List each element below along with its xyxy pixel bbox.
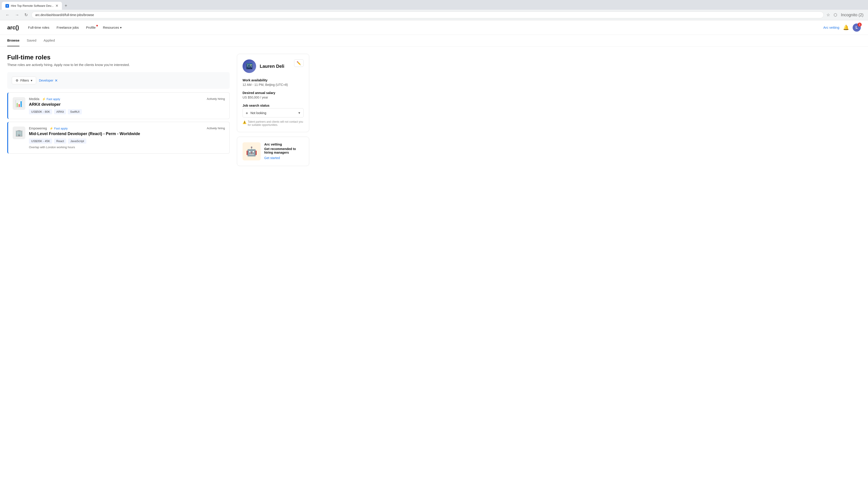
company-name-row-0: Medida ⚡ Fast apply — [29, 97, 60, 101]
job-search-status-label: Job search status — [243, 104, 304, 107]
job-tag-react: React — [54, 138, 66, 144]
main-content: Full-time roles These roles are actively… — [0, 46, 316, 173]
work-availability-value: 12 AM - 11 PM, Beijing (UTC+8) — [243, 83, 304, 87]
notification-button[interactable]: 🔔 — [843, 25, 849, 31]
nav-freelance-jobs[interactable]: Freelance jobs — [57, 26, 79, 29]
header-right: Arc vetting 🔔 L 1 — [823, 24, 861, 32]
job-card-1[interactable]: 🏢 Empowerreg ⚡ Fast apply Actively hirin… — [7, 122, 230, 154]
tab-title: Hire Top Remote Software Dev... — [11, 4, 54, 7]
job-header-1: Empowerreg ⚡ Fast apply Actively hiring — [29, 127, 225, 130]
job-tag-swiftui: SwiftUI — [68, 109, 82, 114]
reload-button[interactable]: ↻ — [23, 11, 30, 18]
company-name-1: Empowerreg — [29, 127, 47, 130]
new-tab-button[interactable]: + — [63, 2, 69, 9]
avatar-image: L — [856, 26, 858, 30]
fast-apply-0: ⚡ Fast apply — [42, 97, 60, 101]
status-option: Not looking — [246, 111, 266, 115]
company-logo-1: 🏢 — [13, 127, 25, 139]
arc-vetting-image: 🤖 — [243, 142, 260, 160]
developer-filter-tag[interactable]: Developer ✕ — [39, 78, 58, 83]
company-name-0: Medida — [29, 97, 39, 101]
profile-avatar-image: 🌃 — [243, 59, 256, 73]
back-button[interactable]: ← — [4, 12, 11, 18]
arc-vetting-get-started-link[interactable]: Get started — [264, 156, 280, 160]
page-subtitle: These roles are actively hiring. Apply n… — [7, 63, 230, 67]
arc-vetting-illustration: 🤖 — [243, 142, 260, 160]
job-header-0: Medida ⚡ Fast apply Actively hiring — [29, 97, 225, 101]
job-note-1: Overlap with London working hours — [29, 145, 225, 149]
job-tags-0: US$50K - 80K ARKit SwiftUI — [29, 109, 225, 114]
tab-browse[interactable]: Browse — [7, 35, 20, 46]
fast-apply-1: ⚡ Fast apply — [50, 127, 68, 130]
edit-profile-button[interactable]: ✏️ — [294, 59, 304, 67]
page-title: Full-time roles — [7, 54, 230, 61]
company-logo-0: 📊 — [13, 97, 25, 110]
content-right: 🌃 Lauren Deli ✏️ Work availability 12 AM… — [237, 54, 309, 166]
status-dot — [246, 112, 248, 114]
warning-icon: ⚠️ — [243, 121, 246, 124]
dropdown-arrow-icon: ▾ — [298, 111, 300, 115]
bookmark-button[interactable]: ☆ — [826, 11, 831, 18]
company-name-row-1: Empowerreg ⚡ Fast apply — [29, 127, 68, 130]
job-info-1: Empowerreg ⚡ Fast apply Actively hiring … — [29, 127, 225, 149]
job-info-0: Medida ⚡ Fast apply Actively hiring ARKi… — [29, 97, 225, 114]
active-tab[interactable]: ● Hire Top Remote Software Dev... ✕ — [2, 2, 62, 10]
logo[interactable]: arc() — [7, 24, 19, 31]
arc-vetting-header-link[interactable]: Arc vetting — [823, 26, 839, 29]
tab-saved[interactable]: Saved — [27, 35, 36, 46]
actively-hiring-0: Actively hiring — [207, 97, 225, 101]
nav-resources-link[interactable]: Resources — [103, 26, 119, 29]
avatar-badge: 1 — [858, 23, 862, 27]
profile-header: 🌃 Lauren Deli ✏️ — [243, 59, 304, 73]
fast-apply-icon-0: ⚡ — [42, 97, 46, 101]
incognito-button[interactable]: Incognito (2) — [840, 12, 864, 18]
address-bar[interactable]: arc.dev/dashboard/d/full-time-jobs/brows… — [31, 11, 824, 18]
content-left: Full-time roles These roles are actively… — [7, 54, 230, 166]
arc-vetting-card-title: Arc vetting — [264, 142, 304, 146]
filters-button[interactable]: ⚙ Filters ▾ — [12, 76, 36, 84]
job-title-1: Mid-Level Frontend Developer (React) - P… — [29, 131, 225, 136]
main-nav: Full-time roles Freelance jobs Profile R… — [28, 26, 823, 29]
nav-profile[interactable]: Profile — [86, 26, 96, 29]
profile-avatar: 🌃 — [243, 59, 256, 73]
actively-hiring-1: Actively hiring — [207, 127, 225, 130]
warning-message: ⚠️ Talent partners and clients will not … — [243, 120, 304, 127]
filter-tag-label: Developer — [39, 78, 53, 82]
fast-apply-icon-1: ⚡ — [50, 127, 53, 130]
filter-icon: ⚙ — [16, 78, 19, 82]
desired-salary-value: US $50,000 / year — [243, 96, 304, 99]
page-tabs: Browse Saved Applied — [0, 35, 868, 46]
tab-applied[interactable]: Applied — [43, 35, 55, 46]
job-tag-salary-1: US$35K - 45K — [29, 138, 52, 144]
browser-tabs: ● Hire Top Remote Software Dev... ✕ + — [0, 0, 868, 10]
app-header: arc() Full-time roles Freelance jobs Pro… — [0, 20, 868, 35]
arc-vetting-card: 🤖 Arc vetting Get recommended to hiring … — [237, 137, 309, 166]
job-search-status-dropdown[interactable]: Not looking ▾ — [243, 108, 304, 118]
filters-label: Filters — [20, 78, 29, 82]
job-tag-arkit: ARKit — [54, 109, 66, 114]
filter-section: ⚙ Filters ▾ Developer ✕ — [7, 72, 230, 89]
filter-bar: ⚙ Filters ▾ Developer ✕ — [12, 76, 225, 84]
nav-full-time-roles[interactable]: Full-time roles — [28, 26, 49, 29]
job-tags-1: US$35K - 45K React JavaScript — [29, 138, 225, 144]
profile-name: Lauren Deli — [260, 64, 284, 69]
browser-chrome: ● Hire Top Remote Software Dev... ✕ + ← … — [0, 0, 868, 20]
address-bar-text: arc.dev/dashboard/d/full-time-jobs/brows… — [35, 13, 94, 17]
resources-dropdown-icon: ▾ — [120, 26, 122, 29]
status-text: Not looking — [250, 111, 266, 115]
nav-resources[interactable]: Resources ▾ — [103, 26, 122, 29]
extensions-button[interactable]: ⬡ — [833, 11, 838, 18]
notification-icon: 🔔 — [843, 25, 849, 30]
filters-dropdown-icon: ▾ — [31, 78, 32, 82]
arc-vetting-description: Get recommended to hiring managers — [264, 147, 304, 154]
browser-toolbar: ← → ↻ arc.dev/dashboard/d/full-time-jobs… — [0, 10, 868, 20]
tab-close-button[interactable]: ✕ — [55, 4, 58, 8]
job-title-0: ARKit developer — [29, 102, 225, 107]
profile-card: 🌃 Lauren Deli ✏️ Work availability 12 AM… — [237, 54, 309, 132]
arc-vetting-content: Arc vetting Get recommended to hiring ma… — [264, 142, 304, 160]
remove-filter-icon[interactable]: ✕ — [55, 78, 58, 83]
job-tag-salary-0: US$50K - 80K — [29, 109, 52, 114]
forward-button[interactable]: → — [13, 12, 21, 18]
desired-salary-label: Desired annual salary — [243, 91, 304, 95]
job-card-0[interactable]: 📊 Medida ⚡ Fast apply Actively hiring AR… — [7, 92, 230, 119]
